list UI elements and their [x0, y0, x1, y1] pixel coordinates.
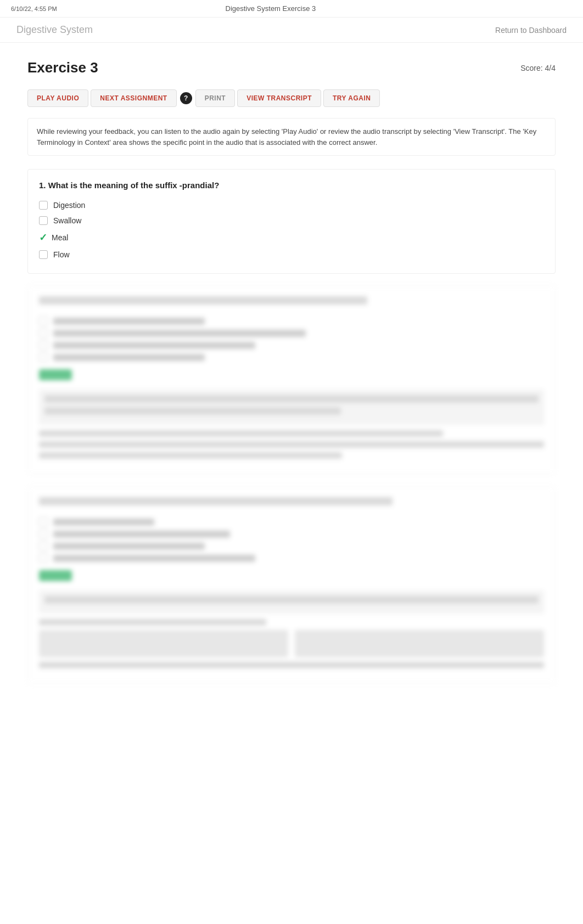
checkmark-icon: ✓	[39, 232, 47, 244]
header: Digestive System Return to Dashboard	[0, 18, 583, 43]
try-again-button[interactable]: TRY AGAIN	[323, 89, 380, 107]
option-meal-label: Meal	[52, 233, 68, 242]
option-meal[interactable]: ✓ Meal	[39, 228, 544, 247]
instructions-box: While reviewing your feedback, you can l…	[27, 118, 556, 156]
radio-flow	[39, 250, 48, 259]
question-1-number: 1.	[39, 181, 46, 190]
option-digestion[interactable]: Digestion	[39, 198, 544, 213]
option-digestion-label: Digestion	[53, 201, 85, 210]
option-swallow[interactable]: Swallow	[39, 213, 544, 228]
play-audio-button[interactable]: PLAY AUDIO	[27, 89, 88, 107]
next-assignment-button[interactable]: NEXT ASSIGNMENT	[91, 89, 176, 107]
help-icon[interactable]: ?	[180, 92, 192, 104]
page-title: Digestive System Exercise 3	[57, 4, 484, 13]
instructions-text: While reviewing your feedback, you can l…	[37, 127, 536, 147]
print-button[interactable]: PRINT	[195, 89, 236, 107]
app-title: Digestive System	[16, 24, 93, 36]
exercise-title: Exercise 3	[27, 59, 98, 76]
return-to-dashboard-link[interactable]: Return to Dashboard	[495, 26, 567, 35]
timestamp: 6/10/22, 4:55 PM	[11, 5, 57, 12]
radio-digestion	[39, 201, 48, 210]
blurred-question-2	[27, 285, 556, 475]
radio-swallow	[39, 216, 48, 225]
exercise-header: Exercise 3 Score: 4/4	[27, 59, 556, 76]
top-bar: 6/10/22, 4:55 PM Digestive System Exerci…	[0, 0, 583, 18]
question-1-text: 1. What is the meaning of the suffix -pr…	[39, 181, 544, 190]
toolbar: PLAY AUDIO NEXT ASSIGNMENT ? PRINT VIEW …	[27, 89, 556, 107]
option-swallow-label: Swallow	[53, 216, 81, 225]
question-1-section: 1. What is the meaning of the suffix -pr…	[27, 169, 556, 274]
main-content: Exercise 3 Score: 4/4 PLAY AUDIO NEXT AS…	[0, 43, 583, 712]
option-flow[interactable]: Flow	[39, 247, 544, 262]
score-display: Score: 4/4	[520, 64, 556, 72]
option-flow-label: Flow	[53, 250, 70, 259]
question-1-body: What is the meaning of the suffix -prand…	[48, 181, 220, 190]
view-transcript-button[interactable]: VIEW TRANSCRIPT	[237, 89, 321, 107]
blurred-question-3	[27, 486, 556, 684]
